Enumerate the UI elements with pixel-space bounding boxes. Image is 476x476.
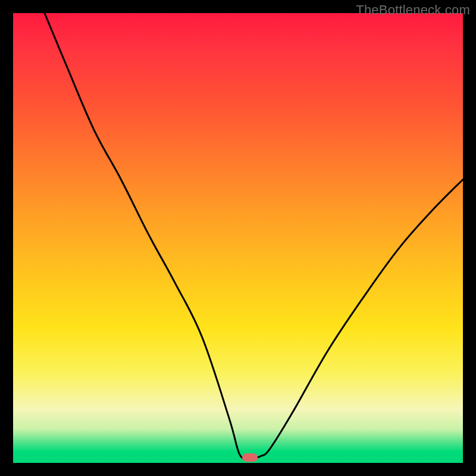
plot-area: [13, 13, 463, 463]
chart-frame: TheBottleneck.com: [0, 0, 476, 476]
bottleneck-curve: [13, 13, 463, 463]
watermark-text: TheBottleneck.com: [356, 2, 470, 18]
bottleneck-marker: [242, 453, 258, 462]
